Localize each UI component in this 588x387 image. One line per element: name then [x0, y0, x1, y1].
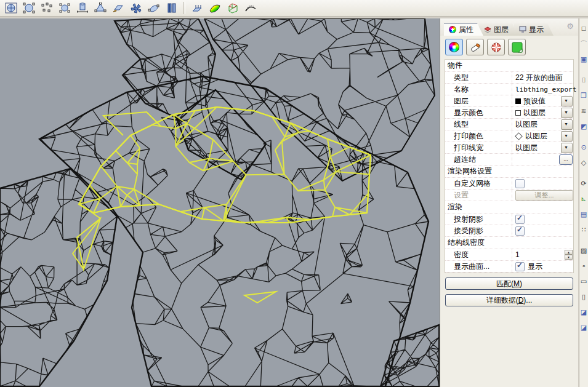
- row-cast-shadows: 投射阴影: [445, 213, 573, 225]
- section-object: 物件: [445, 60, 573, 72]
- application-window: 属性 图层 显示 ⚙ 物件 类型 22 开放的曲面: [0, 0, 588, 387]
- viewport-3d[interactable]: [0, 18, 440, 387]
- circles-icon[interactable]: ∘: [579, 258, 588, 274]
- properties-grid: 物件 类型 22 开放的曲面 名称 libthing_export 图层 预设值…: [445, 59, 574, 273]
- curvature-graph-icon[interactable]: [241, 1, 259, 16]
- match-button[interactable]: 匹配(M): [445, 277, 573, 290]
- panel-toolbar: [440, 36, 578, 58]
- print-width-dropdown-button[interactable]: [561, 143, 573, 153]
- details-button[interactable]: 详细数据(D)...: [445, 294, 573, 306]
- green-swatch-icon: [512, 42, 523, 53]
- cylinder-move-icon[interactable]: [73, 1, 91, 16]
- print-color-value: 以图层: [525, 131, 547, 142]
- section-render: 渲染: [445, 201, 573, 213]
- layer-value: 预设值: [523, 96, 546, 106]
- color-wheel-icon: [449, 42, 459, 52]
- tab-display[interactable]: 显示: [514, 23, 554, 36]
- points-icon[interactable]: ∷: [579, 222, 588, 237]
- stepper-down-icon[interactable]: ▼: [565, 255, 573, 260]
- display-color-button[interactable]: [445, 39, 463, 55]
- layer-dropdown-button[interactable]: [561, 96, 573, 106]
- blue-cube-icon[interactable]: ❒: [579, 88, 588, 103]
- print-width-value: 以图层: [515, 143, 538, 153]
- name-value[interactable]: libthing_export: [515, 86, 576, 94]
- print-color-swatch: [515, 132, 523, 140]
- material-button[interactable]: [466, 39, 484, 55]
- texture-ball-icon: [491, 42, 502, 53]
- sphere-points-icon[interactable]: [55, 1, 73, 16]
- axis-icon[interactable]: ⊾: [579, 191, 588, 207]
- patch-surface-icon[interactable]: [145, 1, 163, 16]
- viewport-sphere-icon[interactable]: [2, 1, 20, 16]
- control-points-icon[interactable]: [38, 1, 55, 16]
- row-linetype: 线型 以图层: [445, 119, 573, 130]
- right-toolbar: □⌒▣⌷❒≋◩⊙◇⟳⊾▤∷▨∘▭▯◪◪: [579, 18, 588, 387]
- spring-icon[interactable]: ≋: [579, 103, 588, 119]
- show-surface-checkbox[interactable]: [515, 262, 525, 271]
- panel-blank-icon[interactable]: ▯: [579, 289, 588, 305]
- row-mesh-settings: 设置 调整...: [445, 190, 573, 201]
- row-receive-shadows: 接受阴影: [445, 225, 573, 237]
- toolbar-separator: [183, 2, 185, 14]
- list-squares-icon[interactable]: ▤: [579, 207, 588, 222]
- rotate-icon[interactable]: ⟳: [579, 176, 588, 191]
- monitor-icon: [519, 26, 526, 33]
- section-render-mesh: 渲染网格设置: [445, 166, 573, 178]
- marker-pen-icon: [470, 42, 481, 53]
- row-type: 类型 22 开放的曲面: [445, 72, 573, 84]
- display-color-dropdown-button[interactable]: [561, 108, 573, 118]
- tab-layers[interactable]: 图层: [479, 23, 518, 36]
- row-name: 名称 libthing_export: [445, 84, 573, 95]
- swatch-button[interactable]: [508, 39, 526, 55]
- texture-button[interactable]: [487, 39, 505, 55]
- linetype-dropdown-button[interactable]: [561, 119, 573, 130]
- row-print-color: 打印颜色 以图层: [445, 130, 573, 142]
- tab-properties-label: 属性: [459, 25, 473, 35]
- show-label: 显示: [528, 261, 542, 272]
- density-stepper[interactable]: ▲▼: [565, 250, 573, 259]
- custom-mesh-checkbox[interactable]: [515, 179, 525, 188]
- tab-display-label: 显示: [529, 25, 544, 35]
- turbine-mesh-icon[interactable]: [127, 1, 145, 16]
- sphere-select-icon[interactable]: [20, 1, 38, 16]
- tab-properties[interactable]: 属性: [444, 23, 483, 36]
- row-show-surface: 显示曲面... 显示: [445, 261, 573, 273]
- curve-point-icon[interactable]: ⌒: [579, 36, 588, 52]
- row-layer: 图层 预设值: [445, 95, 573, 107]
- density-value[interactable]: 1: [515, 250, 520, 259]
- panel-curve-icon[interactable]: ◪: [579, 305, 588, 320]
- globe-icon[interactable]: ⊙: [579, 140, 588, 155]
- bracket-box-icon[interactable]: ⌷: [579, 73, 588, 88]
- top-toolbar: [0, 0, 588, 17]
- display-color-swatch: [515, 110, 521, 116]
- blue-squares-icon[interactable]: ▣: [579, 52, 588, 67]
- panel-curve2-icon[interactable]: ◪: [579, 320, 588, 335]
- dashed-box-icon[interactable]: ▭: [579, 274, 588, 289]
- linetype-value: 以图层: [515, 119, 538, 130]
- row-display-color: 显示颜色 以图层: [445, 107, 573, 119]
- layer-color-swatch: [515, 98, 521, 104]
- cone-points-icon[interactable]: [91, 1, 109, 16]
- display-color-value: 以图层: [523, 108, 546, 118]
- wire-box-icon[interactable]: [224, 1, 241, 16]
- row-print-width: 打印线宽 以图层: [445, 142, 573, 154]
- receive-shadows-checkbox[interactable]: [515, 226, 525, 236]
- stepper-up-icon[interactable]: ▲: [565, 250, 573, 255]
- shape-trio-icon[interactable]: ◇: [579, 155, 588, 170]
- print-color-dropdown-button[interactable]: [561, 131, 573, 142]
- hatch-icon[interactable]: ▨: [579, 243, 588, 258]
- plane-surface-icon[interactable]: [109, 1, 127, 16]
- cast-shadows-checkbox[interactable]: [515, 215, 525, 224]
- small-square-icon[interactable]: □: [579, 21, 588, 36]
- striped-slabs-icon[interactable]: [163, 1, 180, 16]
- hyperlink-browse-button[interactable]: ...: [559, 154, 573, 165]
- properties-panel: 属性 图层 显示 ⚙ 物件 类型 22 开放的曲面: [440, 18, 578, 387]
- gear-icon[interactable]: ⚙: [566, 22, 574, 30]
- wireframe-canvas[interactable]: [0, 18, 440, 387]
- adjust-button[interactable]: 调整...: [515, 190, 573, 201]
- row-density: 密度 1▲▼: [445, 249, 573, 261]
- blue-wedge-icon[interactable]: ◩: [579, 119, 588, 134]
- tab-layers-label: 图层: [494, 25, 509, 35]
- extrude-surface-icon[interactable]: [188, 1, 206, 16]
- draft-analysis-icon[interactable]: [206, 1, 224, 16]
